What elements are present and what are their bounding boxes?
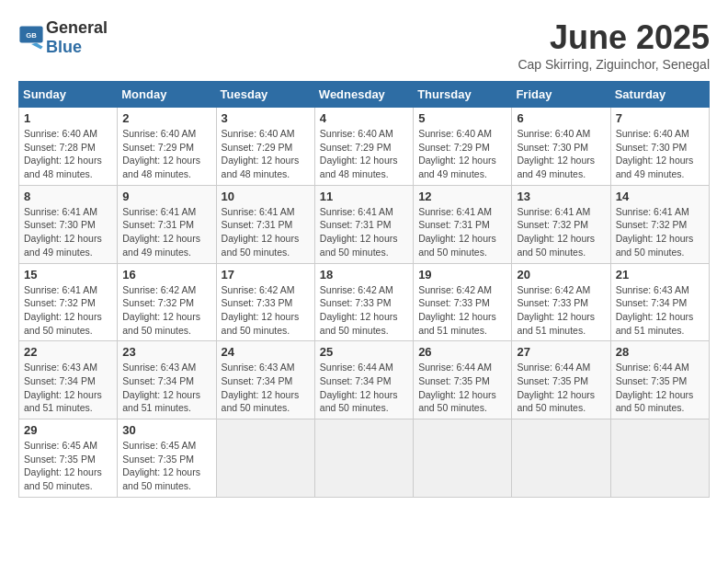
day-number: 17 <box>222 268 310 282</box>
calendar-cell: 4Sunrise: 6:40 AMSunset: 7:29 PMDaylight… <box>314 108 413 186</box>
day-info: Sunrise: 6:41 AMSunset: 7:31 PMDaylight:… <box>418 205 506 259</box>
calendar-cell: 21Sunrise: 6:43 AMSunset: 7:34 PMDayligh… <box>610 263 709 341</box>
calendar-cell: 26Sunrise: 6:44 AMSunset: 7:35 PMDayligh… <box>414 341 512 419</box>
day-number: 26 <box>418 345 506 359</box>
location-subtitle: Cap Skirring, Ziguinchor, Senegal <box>518 57 710 72</box>
logo-icon: GB <box>18 25 44 51</box>
calendar-cell: 5Sunrise: 6:40 AMSunset: 7:29 PMDaylight… <box>414 108 512 186</box>
day-number: 18 <box>320 268 408 282</box>
calendar-cell: 3Sunrise: 6:40 AMSunset: 7:29 PMDaylight… <box>216 108 314 186</box>
day-number: 12 <box>418 190 506 203</box>
calendar-cell <box>610 419 709 498</box>
day-number: 10 <box>222 190 310 203</box>
day-of-week-header: Sunday <box>19 82 118 108</box>
calendar-cell: 28Sunrise: 6:44 AMSunset: 7:35 PMDayligh… <box>610 341 709 419</box>
day-info: Sunrise: 6:42 AMSunset: 7:33 PMDaylight:… <box>418 283 506 338</box>
day-info: Sunrise: 6:42 AMSunset: 7:32 PMDaylight:… <box>122 283 210 338</box>
calendar-cell: 9Sunrise: 6:41 AMSunset: 7:31 PMDaylight… <box>118 185 216 263</box>
day-number: 14 <box>616 190 704 203</box>
day-of-week-header: Wednesday <box>314 82 413 108</box>
calendar-cell: 15Sunrise: 6:41 AMSunset: 7:32 PMDayligh… <box>19 263 118 341</box>
day-number: 21 <box>616 268 704 282</box>
day-info: Sunrise: 6:41 AMSunset: 7:31 PMDaylight:… <box>122 205 210 259</box>
day-info: Sunrise: 6:43 AMSunset: 7:34 PMDaylight:… <box>616 283 704 338</box>
day-number: 20 <box>517 268 605 282</box>
day-info: Sunrise: 6:45 AMSunset: 7:35 PMDaylight:… <box>122 439 210 493</box>
calendar-week-row: 22Sunrise: 6:43 AMSunset: 7:34 PMDayligh… <box>19 341 710 419</box>
day-info: Sunrise: 6:41 AMSunset: 7:30 PMDaylight:… <box>24 205 112 259</box>
calendar-cell: 22Sunrise: 6:43 AMSunset: 7:34 PMDayligh… <box>19 341 118 419</box>
calendar-cell: 18Sunrise: 6:42 AMSunset: 7:33 PMDayligh… <box>314 263 413 341</box>
calendar-cell: 12Sunrise: 6:41 AMSunset: 7:31 PMDayligh… <box>414 185 512 263</box>
calendar-cell <box>314 419 413 498</box>
day-info: Sunrise: 6:43 AMSunset: 7:34 PMDaylight:… <box>122 361 210 415</box>
day-number: 6 <box>517 111 605 125</box>
day-number: 5 <box>418 111 506 125</box>
day-number: 3 <box>222 111 310 125</box>
day-info: Sunrise: 6:45 AMSunset: 7:35 PMDaylight:… <box>24 439 112 493</box>
day-number: 11 <box>320 190 408 203</box>
day-info: Sunrise: 6:44 AMSunset: 7:34 PMDaylight:… <box>320 361 408 415</box>
day-number: 23 <box>122 345 210 359</box>
calendar-cell <box>414 419 512 498</box>
calendar-header-row: SundayMondayTuesdayWednesdayThursdayFrid… <box>19 82 710 108</box>
day-of-week-header: Tuesday <box>216 82 314 108</box>
logo-text: General Blue <box>46 18 108 57</box>
calendar-cell <box>216 419 314 498</box>
calendar-cell: 8Sunrise: 6:41 AMSunset: 7:30 PMDaylight… <box>19 185 118 263</box>
calendar-table: SundayMondayTuesdayWednesdayThursdayFrid… <box>18 81 710 498</box>
day-number: 29 <box>24 423 112 437</box>
day-info: Sunrise: 6:40 AMSunset: 7:30 PMDaylight:… <box>517 127 605 181</box>
calendar-cell: 25Sunrise: 6:44 AMSunset: 7:34 PMDayligh… <box>314 341 413 419</box>
day-number: 16 <box>122 268 210 282</box>
day-info: Sunrise: 6:41 AMSunset: 7:32 PMDaylight:… <box>517 205 605 259</box>
svg-marker-2 <box>31 43 43 50</box>
calendar-cell: 11Sunrise: 6:41 AMSunset: 7:31 PMDayligh… <box>314 185 413 263</box>
day-info: Sunrise: 6:44 AMSunset: 7:35 PMDaylight:… <box>616 361 704 415</box>
day-of-week-header: Monday <box>118 82 216 108</box>
day-info: Sunrise: 6:40 AMSunset: 7:28 PMDaylight:… <box>24 127 112 181</box>
day-number: 8 <box>24 190 112 203</box>
calendar-cell: 29Sunrise: 6:45 AMSunset: 7:35 PMDayligh… <box>19 419 118 498</box>
calendar-cell: 7Sunrise: 6:40 AMSunset: 7:30 PMDaylight… <box>610 108 709 186</box>
calendar-cell <box>512 419 610 498</box>
day-number: 28 <box>616 345 704 359</box>
day-number: 2 <box>122 111 210 125</box>
day-info: Sunrise: 6:40 AMSunset: 7:29 PMDaylight:… <box>222 127 310 181</box>
day-number: 15 <box>24 268 112 282</box>
day-number: 22 <box>24 345 112 359</box>
calendar-cell: 24Sunrise: 6:43 AMSunset: 7:34 PMDayligh… <box>216 341 314 419</box>
calendar-cell: 30Sunrise: 6:45 AMSunset: 7:35 PMDayligh… <box>118 419 216 498</box>
calendar-cell: 6Sunrise: 6:40 AMSunset: 7:30 PMDaylight… <box>512 108 610 186</box>
calendar-cell: 23Sunrise: 6:43 AMSunset: 7:34 PMDayligh… <box>118 341 216 419</box>
day-number: 27 <box>517 345 605 359</box>
day-info: Sunrise: 6:43 AMSunset: 7:34 PMDaylight:… <box>222 361 310 415</box>
day-info: Sunrise: 6:44 AMSunset: 7:35 PMDaylight:… <box>418 361 506 415</box>
day-info: Sunrise: 6:42 AMSunset: 7:33 PMDaylight:… <box>222 283 310 338</box>
day-number: 19 <box>418 268 506 282</box>
calendar-cell: 16Sunrise: 6:42 AMSunset: 7:32 PMDayligh… <box>118 263 216 341</box>
day-info: Sunrise: 6:41 AMSunset: 7:32 PMDaylight:… <box>24 283 112 338</box>
calendar-cell: 10Sunrise: 6:41 AMSunset: 7:31 PMDayligh… <box>216 185 314 263</box>
calendar-cell: 13Sunrise: 6:41 AMSunset: 7:32 PMDayligh… <box>512 185 610 263</box>
calendar-week-row: 15Sunrise: 6:41 AMSunset: 7:32 PMDayligh… <box>19 263 710 341</box>
day-info: Sunrise: 6:40 AMSunset: 7:30 PMDaylight:… <box>616 127 704 181</box>
day-number: 7 <box>616 111 704 125</box>
day-number: 13 <box>517 190 605 203</box>
day-of-week-header: Thursday <box>414 82 512 108</box>
day-info: Sunrise: 6:42 AMSunset: 7:33 PMDaylight:… <box>517 283 605 338</box>
day-number: 25 <box>320 345 408 359</box>
day-info: Sunrise: 6:41 AMSunset: 7:31 PMDaylight:… <box>222 205 310 259</box>
day-info: Sunrise: 6:43 AMSunset: 7:34 PMDaylight:… <box>24 361 112 415</box>
day-info: Sunrise: 6:41 AMSunset: 7:31 PMDaylight:… <box>320 205 408 259</box>
day-number: 4 <box>320 111 408 125</box>
svg-text:GB: GB <box>26 31 37 40</box>
calendar-cell: 17Sunrise: 6:42 AMSunset: 7:33 PMDayligh… <box>216 263 314 341</box>
day-info: Sunrise: 6:41 AMSunset: 7:32 PMDaylight:… <box>616 205 704 259</box>
header: GB General Blue June 2025 Cap Skirring, … <box>18 18 710 72</box>
day-number: 9 <box>122 190 210 203</box>
month-title: June 2025 <box>518 18 710 57</box>
calendar-cell: 20Sunrise: 6:42 AMSunset: 7:33 PMDayligh… <box>512 263 610 341</box>
calendar-cell: 14Sunrise: 6:41 AMSunset: 7:32 PMDayligh… <box>610 185 709 263</box>
title-block: June 2025 Cap Skirring, Ziguinchor, Sene… <box>518 18 710 72</box>
